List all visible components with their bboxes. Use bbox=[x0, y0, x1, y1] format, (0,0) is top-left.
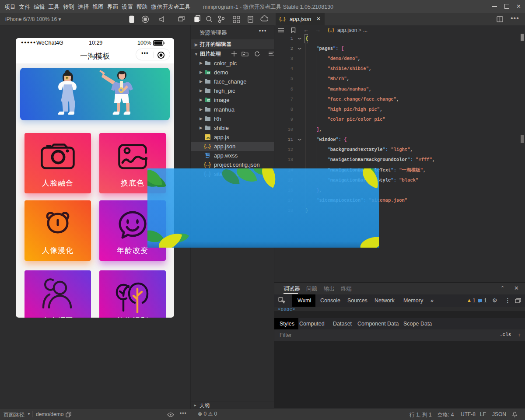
svg-text:JS: JS bbox=[206, 136, 210, 140]
